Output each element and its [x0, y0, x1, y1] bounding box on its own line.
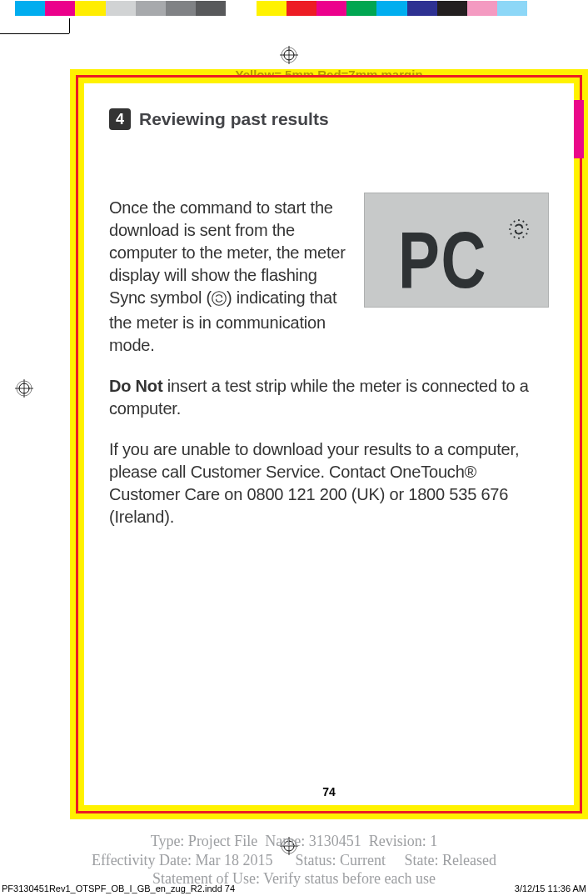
svg-point-26 — [510, 233, 512, 235]
paragraph-1: Once the command to start the download i… — [109, 197, 347, 357]
page-inner-yellow: 4 Reviewing past results Once the comman… — [78, 78, 580, 811]
page-red-margin: 4 Reviewing past results Once the comman… — [76, 75, 582, 813]
paragraph-2-rest: insert a test strip while the meter is c… — [109, 377, 529, 418]
press-color-bar — [15, 1, 588, 16]
registration-mark-left — [15, 379, 33, 398]
svg-point-22 — [526, 233, 528, 235]
svg-point-16 — [212, 292, 227, 306]
sync-icon-lcd — [508, 218, 530, 243]
page-outer-yellow: Yellow= 5mm Red=7mm margin 4 Reviewing p… — [70, 69, 588, 819]
section-title: Reviewing past results — [139, 109, 329, 129]
svg-point-20 — [526, 223, 528, 226]
paragraph-3: If you are unable to download your resul… — [109, 438, 549, 528]
svg-point-19 — [522, 220, 525, 223]
page-number: 74 — [84, 785, 574, 798]
section-heading: 4 Reviewing past results — [109, 108, 549, 130]
document-metadata: Type: Project File Name: 3130451 Revisio… — [0, 832, 588, 888]
paragraph-2: Do Not insert a test strip while the met… — [109, 375, 549, 420]
lcd-pc-text: PC — [398, 213, 487, 307]
section-number-badge: 4 — [109, 108, 131, 130]
svg-point-25 — [513, 236, 516, 238]
svg-point-17 — [509, 219, 529, 239]
svg-point-29 — [513, 220, 516, 223]
registration-mark-top — [280, 46, 298, 64]
meta-line-2: Effectivity Date: Mar 18 2015 Status: Cu… — [0, 851, 588, 870]
svg-point-28 — [510, 223, 512, 226]
svg-point-27 — [509, 228, 511, 230]
sync-icon-inline — [212, 289, 227, 312]
svg-point-18 — [518, 219, 520, 221]
meta-line-1: Type: Project File Name: 3130451 Revisio… — [0, 832, 588, 851]
export-timestamp: 3/12/15 11:36 AM — [515, 883, 586, 893]
svg-point-21 — [527, 228, 529, 230]
crop-tick-h — [0, 33, 69, 34]
page-content-area: 4 Reviewing past results Once the comman… — [84, 83, 574, 805]
svg-point-23 — [522, 236, 525, 238]
crop-tick-v — [69, 18, 70, 33]
svg-point-24 — [518, 238, 520, 239]
section-tab-marker — [574, 100, 584, 158]
source-filename: PF3130451Rev1_OTSPF_OB_I_GB_en_zug_R2.in… — [2, 883, 235, 893]
paragraph-2-bold: Do Not — [109, 377, 162, 395]
meter-lcd-illustration: PC — [364, 193, 549, 308]
